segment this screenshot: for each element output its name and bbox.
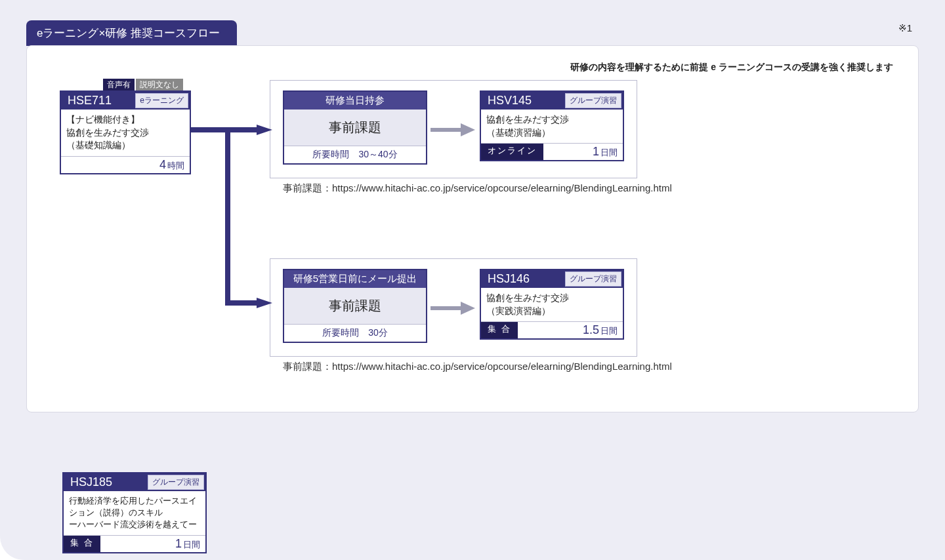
pre-task-2: 研修5営業日前にメール提出 事前課題 所要時間 30分 [283,269,427,343]
card-tag: eラーニング [135,93,188,108]
svg-marker-9 [461,302,475,315]
svg-marker-7 [461,123,475,136]
card-duration: 1日間 [100,536,205,552]
card-tag: グループ演習 [148,475,204,490]
task-header: 研修5営業日前にメール提出 [284,270,426,288]
svg-rect-4 [225,300,258,306]
card-duration: 1.5日間 [518,322,623,338]
card-duration: 1日間 [543,144,623,160]
task-footer: 所要時間 30～40分 [284,146,426,163]
recommend-text: 研修の内容を理解するために前提 e ラーニングコースの受講を強く推奨します [45,62,893,73]
page: ※1 eラーニング×研修 推奨コースフロー 研修の内容を理解するために前提 e … [0,0,945,560]
pre-task-1: 研修当日持参 事前課題 所要時間 30～40分 [283,90,427,165]
course-card-hsj146: HSJ146 グループ演習 協創を生みだす交渉 （実践演習編） 集 合 1.5日… [480,269,624,340]
task-header: 研修当日持参 [284,92,426,110]
card-code: HSJ185 [70,475,112,489]
course-card-hse711: HSE711 eラーニング 【ナビ機能付き】 協創を生みだす交渉 （基礎知識編）… [60,90,191,174]
card-a-pills: 音声有 説明文なし [103,79,183,91]
card-body: 協創を生みだす交渉 （基礎演習編） [481,110,623,144]
task-body: 事前課題 [284,288,426,324]
pill-no-desc: 説明文なし [136,79,183,91]
course-card-hsj185: HSJ185 グループ演習 行動経済学を応用したパースエイション（説得）のスキル… [62,472,207,553]
card-duration: 4時間 [61,157,190,173]
flow-arrow-branch [191,125,276,315]
course-card-hsv145: HSV145 グループ演習 協創を生みだす交渉 （基礎演習編） オンライン 1日… [480,90,624,161]
task-body: 事前課題 [284,110,426,146]
card-code: HSV145 [488,94,532,108]
flow-arrow-small-2 [430,302,476,315]
corner-note: ※1 [898,22,912,34]
svg-marker-5 [257,298,272,308]
svg-rect-1 [225,127,230,306]
caption-1: 事前課題：https://www.hitachi-ac.co.jp/servic… [283,182,672,195]
card-tag: グループ演習 [565,93,621,108]
flow-panel: 研修の内容を理解するために前提 e ラーニングコースの受講を強く推奨します 音声… [26,45,919,412]
card-body: 行動経済学を応用したパースエイション（説得）のスキル ーハーバード流交渉術を越え… [64,491,205,536]
card-code: HSJ146 [488,272,530,286]
card-body: 協創を生みだす交渉 （実践演習編） [481,288,623,322]
card-mode: オンライン [481,144,543,160]
caption-2: 事前課題：https://www.hitachi-ac.co.jp/servic… [283,361,672,373]
svg-rect-2 [225,127,258,132]
task-footer: 所要時間 30分 [284,324,426,342]
svg-rect-6 [430,128,462,132]
card-tag: グループ演習 [565,271,621,287]
pill-audio: 音声有 [103,79,135,91]
card-code: HSE711 [68,94,112,108]
svg-rect-0 [191,127,230,132]
card-mode: 集 合 [481,322,518,338]
svg-rect-8 [430,306,462,310]
card-mode: 集 合 [64,536,100,552]
section-tab: eラーニング×研修 推奨コースフロー [26,20,237,46]
card-body: 【ナビ機能付き】 協創を生みだす交渉 （基礎知識編） [61,110,190,157]
flow-arrow-small-1 [430,123,476,136]
svg-marker-3 [257,125,272,135]
